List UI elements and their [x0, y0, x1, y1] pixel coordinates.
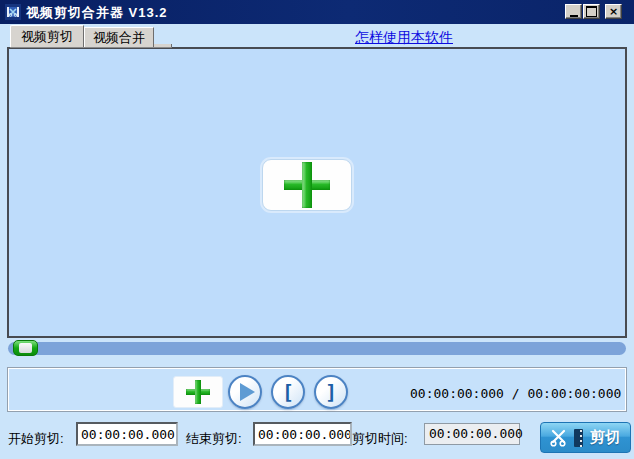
minimize-icon	[570, 15, 578, 17]
seek-slider[interactable]	[8, 342, 626, 355]
tab-video-merge[interactable]: 视频合并	[84, 27, 154, 47]
cut-button-label: 剪切	[588, 428, 622, 447]
close-button[interactable]: ×	[605, 4, 622, 19]
play-icon	[240, 383, 255, 401]
end-cut-label: 结束剪切:	[186, 430, 242, 448]
cut-button[interactable]: 剪切	[540, 422, 631, 453]
window-title: 视频剪切合并器 V13.2	[26, 4, 168, 22]
mark-start-button[interactable]: [	[271, 375, 305, 409]
play-button[interactable]	[228, 375, 262, 409]
toolbar-add-button[interactable]	[173, 376, 223, 408]
start-cut-input[interactable]	[76, 422, 178, 446]
bracket-right-icon: ]	[325, 378, 337, 406]
cut-duration-value: 00:00:00.000	[424, 423, 520, 445]
slider-handle-grip	[19, 343, 32, 353]
plus-icon	[284, 162, 330, 208]
slider-handle[interactable]	[13, 340, 38, 356]
tab-video-cut[interactable]: 视频剪切	[10, 25, 84, 47]
time-display: 00:00:00:000 / 00:00:00:000	[410, 386, 621, 401]
minimize-button[interactable]	[565, 4, 582, 19]
help-link[interactable]: 怎样使用本软件	[355, 29, 453, 47]
close-icon: ×	[609, 5, 618, 18]
bracket-left-icon: [	[282, 378, 294, 406]
end-cut-input[interactable]	[253, 422, 352, 446]
cut-duration-label: 剪切时间:	[352, 430, 408, 448]
app-icon	[5, 4, 21, 20]
start-cut-label: 开始剪切:	[8, 430, 64, 448]
film-icon	[574, 429, 583, 447]
mark-end-button[interactable]: ]	[314, 375, 348, 409]
maximize-button[interactable]	[583, 4, 600, 19]
maximize-icon	[586, 6, 597, 17]
add-video-button[interactable]	[262, 159, 352, 211]
plus-icon	[186, 380, 210, 404]
scissors-icon	[549, 428, 569, 448]
titlebar[interactable]: 视频剪切合并器 V13.2 ×	[0, 0, 634, 24]
